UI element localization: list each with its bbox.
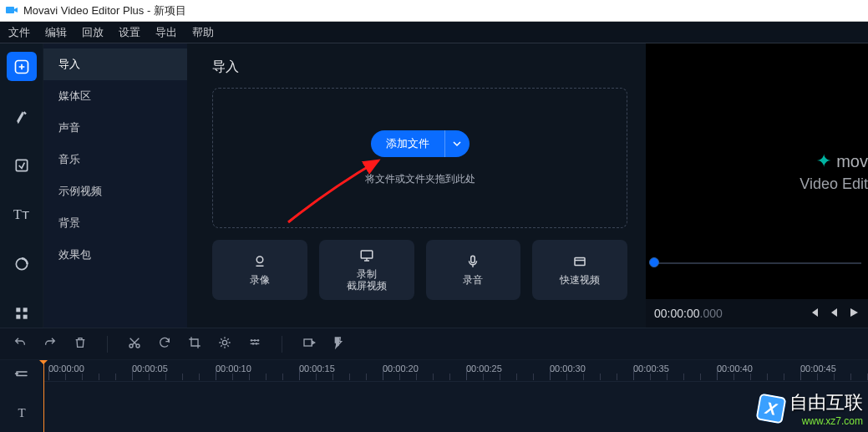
cut-button[interactable] bbox=[128, 336, 141, 352]
drop-zone[interactable]: 添加文件 将文件或文件夹拖到此处 bbox=[212, 88, 627, 228]
svg-rect-9 bbox=[361, 251, 373, 258]
svg-rect-5 bbox=[23, 307, 27, 312]
camera-icon bbox=[252, 254, 267, 269]
drop-hint: 将文件或文件夹拖到此处 bbox=[365, 172, 475, 186]
brand-subtext: Video Edit bbox=[799, 175, 868, 193]
ruler-label: 00:00:05 bbox=[132, 363, 168, 374]
svg-rect-4 bbox=[16, 307, 20, 312]
redo-button[interactable] bbox=[43, 336, 57, 352]
add-track-button[interactable] bbox=[14, 367, 29, 384]
prev-frame-button[interactable] bbox=[808, 307, 820, 321]
timeline: T 00:00:0000:00:0500:00:1000:00:1500:00:… bbox=[0, 359, 868, 432]
seek-handle[interactable] bbox=[649, 257, 659, 267]
preview-panel: ✦mov Video Edit 00:00:00.000 bbox=[646, 43, 868, 328]
more-tool[interactable] bbox=[7, 298, 37, 328]
card-label: 快速视频 bbox=[560, 274, 600, 286]
timecode: 00:00:00.000 bbox=[654, 307, 723, 320]
sidebar-item-media[interactable]: 媒体区 bbox=[43, 80, 187, 112]
ruler-label: 00:00:35 bbox=[633, 363, 669, 374]
svg-point-14 bbox=[222, 340, 226, 344]
toolbar-separator bbox=[282, 336, 282, 353]
tool-rail: Tᴛ bbox=[0, 43, 43, 328]
sidebar-item-effects-pack[interactable]: 效果包 bbox=[43, 239, 187, 271]
chevron-down-icon bbox=[453, 140, 461, 148]
sidebar-item-background[interactable]: 背景 bbox=[43, 207, 187, 239]
brand-text: mov bbox=[836, 151, 868, 170]
color-adjust-button[interactable] bbox=[218, 336, 231, 352]
record-camera-card[interactable]: 录像 bbox=[212, 240, 307, 300]
ruler-label: 00:00:40 bbox=[717, 363, 753, 374]
preview-brand-watermark: ✦mov Video Edit bbox=[799, 150, 868, 193]
timeline-body[interactable]: 00:00:0000:00:0500:00:1000:00:1500:00:20… bbox=[43, 360, 868, 432]
sidebar-item-import[interactable]: 导入 bbox=[43, 48, 187, 80]
sidebar-item-sound[interactable]: 声音 bbox=[43, 112, 187, 144]
card-label: 录像 bbox=[250, 274, 270, 286]
svg-point-8 bbox=[256, 257, 263, 263]
capture-cards: 录像 录制 截屏视频 录音 快速视频 bbox=[212, 240, 627, 300]
add-file-button[interactable]: 添加文件 bbox=[371, 130, 470, 157]
timecode-main: 00:00:00 bbox=[654, 307, 700, 320]
playhead[interactable] bbox=[43, 360, 44, 432]
crop-button[interactable] bbox=[188, 336, 201, 352]
annotation-arrow bbox=[280, 155, 405, 231]
seek-track bbox=[652, 262, 861, 264]
svg-rect-0 bbox=[6, 7, 14, 13]
timeline-ruler[interactable]: 00:00:0000:00:0500:00:1000:00:1500:00:20… bbox=[43, 360, 868, 382]
ruler-label: 00:00:10 bbox=[216, 363, 251, 374]
svg-rect-6 bbox=[16, 314, 20, 318]
menu-export[interactable]: 导出 bbox=[155, 25, 177, 40]
ruler-label: 00:00:25 bbox=[466, 363, 502, 374]
ruler-label: 00:00:00 bbox=[48, 363, 84, 374]
record-screen-card[interactable]: 录制 截屏视频 bbox=[319, 240, 414, 300]
svg-rect-10 bbox=[471, 256, 475, 262]
monitor-icon bbox=[359, 248, 374, 263]
add-file-dropdown[interactable] bbox=[444, 130, 470, 157]
sidebar-item-sample-video[interactable]: 示例视频 bbox=[43, 175, 187, 207]
menu-playback[interactable]: 回放 bbox=[82, 25, 104, 40]
video-icon bbox=[572, 254, 587, 269]
svg-rect-7 bbox=[23, 314, 27, 318]
sidebar-item-music[interactable]: 音乐 bbox=[43, 144, 187, 175]
play-button[interactable] bbox=[848, 307, 860, 321]
ruler-label: 00:00:45 bbox=[800, 363, 836, 374]
step-back-button[interactable] bbox=[828, 307, 840, 321]
timeline-left-controls: T bbox=[0, 360, 43, 432]
marker-button[interactable] bbox=[332, 336, 346, 352]
main-area: Tᴛ 导入 媒体区 声音 音乐 示例视频 背景 效果包 导入 添加文件 将文件或… bbox=[0, 43, 868, 328]
preview-seekbar[interactable] bbox=[646, 256, 868, 271]
menu-help[interactable]: 帮助 bbox=[192, 25, 214, 40]
import-tool[interactable] bbox=[7, 52, 37, 81]
window-title: Movavi Video Editor Plus - 新项目 bbox=[23, 3, 186, 18]
import-panel: 导入 添加文件 将文件或文件夹拖到此处 录像 录制 截屏视频 bbox=[187, 43, 646, 328]
menu-settings[interactable]: 设置 bbox=[119, 25, 140, 40]
menubar: 文件 编辑 回放 设置 导出 帮助 bbox=[0, 22, 868, 43]
svg-rect-2 bbox=[16, 160, 27, 170]
timecode-ms: .000 bbox=[700, 307, 723, 320]
delete-button[interactable] bbox=[74, 336, 87, 352]
titlebar: Movavi Video Editor Plus - 新项目 bbox=[0, 0, 868, 22]
quick-video-card[interactable]: 快速视频 bbox=[532, 240, 627, 300]
effects-tool[interactable] bbox=[7, 101, 37, 130]
menu-edit[interactable]: 编辑 bbox=[45, 25, 67, 40]
transition-wizard-button[interactable] bbox=[302, 336, 316, 352]
microphone-icon bbox=[465, 254, 480, 269]
undo-button[interactable] bbox=[13, 336, 27, 352]
stickers-tool[interactable] bbox=[7, 249, 37, 278]
menu-file[interactable]: 文件 bbox=[8, 25, 30, 40]
text-track-button[interactable]: T bbox=[18, 406, 25, 420]
card-label: 录音 bbox=[463, 274, 483, 286]
preview-video: ✦mov Video Edit bbox=[646, 43, 868, 299]
ruler-label: 00:00:15 bbox=[299, 363, 335, 374]
card-label: 录制 截屏视频 bbox=[347, 268, 387, 292]
svg-rect-11 bbox=[575, 257, 585, 265]
titles-tool[interactable]: Tᴛ bbox=[7, 200, 37, 229]
transitions-tool[interactable] bbox=[7, 150, 37, 180]
record-audio-card[interactable]: 录音 bbox=[426, 240, 521, 300]
clip-properties-button[interactable] bbox=[248, 336, 261, 352]
toolbar-separator bbox=[107, 336, 108, 353]
timeline-toolbar bbox=[0, 328, 868, 359]
rotate-button[interactable] bbox=[158, 336, 171, 352]
preview-controls: 00:00:00.000 bbox=[646, 299, 868, 328]
svg-rect-15 bbox=[304, 339, 312, 346]
add-file-label[interactable]: 添加文件 bbox=[371, 130, 444, 157]
